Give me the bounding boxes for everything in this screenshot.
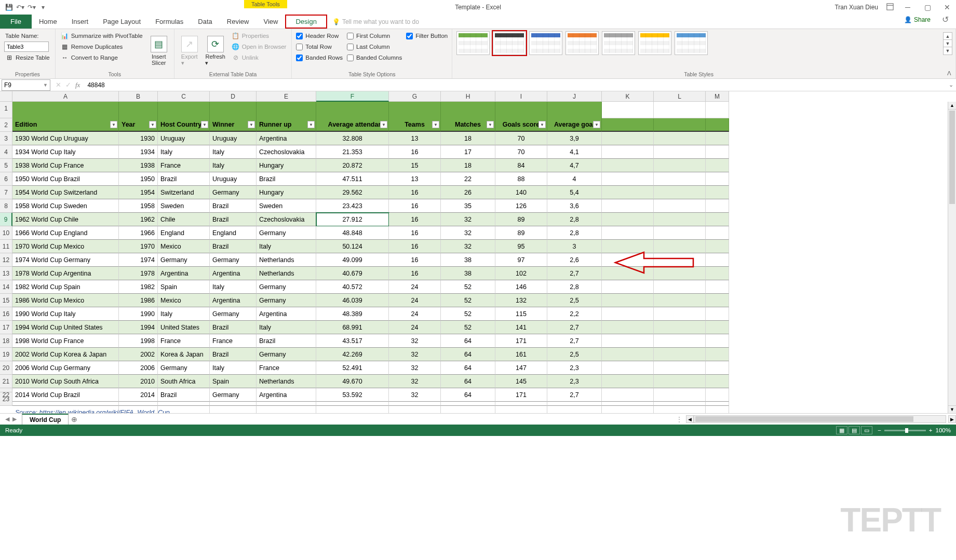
cell[interactable]: 88 [495, 172, 547, 186]
cell[interactable] [119, 102, 158, 118]
cell[interactable]: Average goal▼ [547, 118, 602, 132]
column-header[interactable]: M [706, 91, 729, 102]
cell[interactable]: Spain [158, 280, 210, 294]
cell[interactable] [654, 294, 706, 307]
cell[interactable]: 64 [441, 375, 495, 388]
insert-function-icon[interactable]: fx [75, 81, 80, 89]
cell[interactable]: Italy [210, 159, 257, 172]
cell[interactable]: England [158, 226, 210, 240]
cell[interactable]: 1994 World Cup United States [12, 321, 119, 334]
cell[interactable] [495, 402, 547, 406]
cell[interactable] [706, 102, 729, 118]
cell[interactable]: 115 [495, 307, 547, 321]
filter-dropdown-icon[interactable]: ▼ [307, 121, 315, 128]
cell[interactable]: 15 [389, 159, 441, 172]
cell[interactable] [316, 406, 389, 413]
cell[interactable]: 18 [441, 132, 495, 145]
cell[interactable]: 2,7 [547, 388, 602, 402]
table-name-input[interactable] [4, 42, 49, 52]
cell[interactable]: 35 [441, 199, 495, 213]
cell[interactable]: 2,5 [547, 294, 602, 307]
table-style-thumb[interactable] [456, 31, 490, 55]
cell[interactable] [654, 406, 706, 413]
cell[interactable]: Brazil [210, 199, 257, 213]
filter-dropdown-icon[interactable]: ▼ [380, 121, 387, 128]
cell[interactable]: 126 [495, 199, 547, 213]
expand-formula-bar-icon[interactable]: ⌄ [946, 81, 956, 88]
cell[interactable] [654, 253, 706, 267]
cell[interactable]: 145 [495, 375, 547, 388]
cell[interactable]: 1998 [119, 334, 158, 348]
cell[interactable] [706, 118, 729, 132]
cell[interactable] [602, 199, 654, 213]
row-header[interactable]: 1 [0, 102, 12, 118]
cell[interactable]: Italy [158, 145, 210, 159]
export-button[interactable]: ↗Export▾ [179, 31, 200, 71]
cell[interactable]: Netherlands [257, 253, 316, 267]
minimize-icon[interactable]: ─ [902, 2, 913, 13]
cell[interactable]: 1954 World Cup Switzerland [12, 186, 119, 199]
cell[interactable] [158, 402, 210, 406]
cell[interactable]: 2,2 [547, 307, 602, 321]
cell[interactable]: Germany [210, 186, 257, 199]
cell[interactable]: 95 [495, 240, 547, 253]
cell[interactable]: 64 [441, 361, 495, 375]
cell[interactable]: United States [158, 321, 210, 334]
tab-data[interactable]: Data [191, 15, 219, 29]
cell[interactable] [602, 172, 654, 186]
cell[interactable] [316, 102, 389, 118]
cell[interactable]: Argentina [210, 267, 257, 280]
cell[interactable] [441, 402, 495, 406]
zoom-in-icon[interactable]: + [929, 427, 933, 433]
convert-to-range-button[interactable]: ↔Convert to Range [60, 52, 144, 63]
vertical-scrollbar[interactable]: ▲ ▼ [948, 102, 956, 413]
cell[interactable] [257, 406, 316, 413]
cell[interactable] [706, 199, 729, 213]
cell[interactable] [654, 321, 706, 334]
scroll-down-icon[interactable]: ▼ [948, 405, 956, 413]
filter-dropdown-icon[interactable]: ▼ [487, 121, 494, 128]
cell[interactable]: South Africa [158, 375, 210, 388]
cell[interactable]: 38 [441, 267, 495, 280]
cell[interactable]: 1970 [119, 240, 158, 253]
cell[interactable] [12, 402, 119, 406]
cell[interactable]: 1970 World Cup Mexico [12, 240, 119, 253]
cell[interactable]: 2,6 [547, 253, 602, 267]
cell[interactable]: 2010 World Cup South Africa [12, 375, 119, 388]
cell[interactable]: 32 [389, 348, 441, 361]
cell[interactable]: 32 [389, 361, 441, 375]
cell[interactable]: 42.269 [316, 348, 389, 361]
cell[interactable] [654, 375, 706, 388]
row-header[interactable]: 5 [0, 159, 12, 172]
cell[interactable]: France [158, 334, 210, 348]
cell[interactable]: France [158, 159, 210, 172]
cell[interactable]: Winner▼ [210, 118, 257, 132]
table-style-thumb[interactable] [675, 31, 708, 55]
cell[interactable]: Czechoslovakia [257, 213, 316, 226]
history-icon[interactable]: ↺ [942, 15, 949, 24]
row-header[interactable]: 22 [0, 388, 12, 392]
cell[interactable]: 48.848 [316, 226, 389, 240]
cell[interactable]: 52 [441, 294, 495, 307]
last-column-checkbox[interactable]: Last Column [347, 42, 402, 52]
cell[interactable]: 16 [389, 267, 441, 280]
cell[interactable]: 49.670 [316, 375, 389, 388]
row-header[interactable]: 4 [0, 145, 12, 159]
cell[interactable] [654, 118, 706, 132]
cell[interactable]: 3,6 [547, 199, 602, 213]
cell[interactable] [654, 226, 706, 240]
cell[interactable] [389, 102, 441, 118]
column-header[interactable]: D [210, 91, 257, 102]
cell[interactable]: 171 [495, 334, 547, 348]
cell[interactable]: 2,7 [547, 321, 602, 334]
table-style-thumb[interactable] [638, 31, 671, 55]
cell[interactable]: Germany [210, 388, 257, 402]
tab-insert[interactable]: Insert [64, 15, 96, 29]
cell[interactable] [547, 402, 602, 406]
cell[interactable]: 16 [389, 199, 441, 213]
cell[interactable]: 1990 World Cup Italy [12, 307, 119, 321]
cell[interactable]: 46.039 [316, 294, 389, 307]
cell[interactable] [12, 102, 119, 118]
cell[interactable]: 24 [389, 307, 441, 321]
cell[interactable] [706, 226, 729, 240]
